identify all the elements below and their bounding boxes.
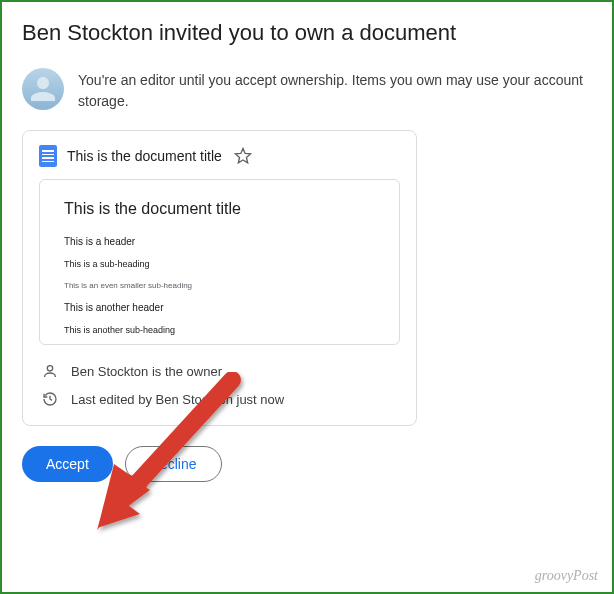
doc-preview: This is the document title This is a hea…	[39, 179, 400, 345]
document-card: This is the document title This is the d…	[22, 130, 417, 426]
info-row: You're an editor until you accept owners…	[22, 68, 592, 112]
star-icon[interactable]	[234, 147, 252, 165]
last-edited-text: Last edited by Ben Stockton just now	[71, 392, 284, 407]
button-row: Accept Decline	[22, 446, 592, 482]
last-edited-row: Last edited by Ben Stockton just now	[39, 385, 400, 413]
person-icon	[41, 363, 59, 379]
info-text: You're an editor until you accept owners…	[78, 68, 592, 112]
owner-text: Ben Stockton is the owner	[71, 364, 222, 379]
watermark: groovyPost	[535, 568, 598, 584]
history-icon	[41, 391, 59, 407]
owner-row: Ben Stockton is the owner	[39, 357, 400, 385]
accept-button[interactable]: Accept	[22, 446, 113, 482]
preview-line: This is another sub-heading	[64, 325, 375, 335]
preview-line: This is a sub-heading	[64, 259, 375, 269]
docs-icon	[39, 145, 57, 167]
preview-title: This is the document title	[64, 200, 375, 218]
preview-line: This is an even smaller sub-heading	[64, 281, 375, 290]
decline-button[interactable]: Decline	[125, 446, 222, 482]
doc-header: This is the document title	[39, 145, 400, 167]
page-title: Ben Stockton invited you to own a docume…	[22, 20, 592, 46]
doc-title: This is the document title	[67, 148, 222, 164]
preview-line: This is another header	[64, 302, 375, 313]
person-silhouette-icon	[25, 71, 61, 107]
preview-line: This is a header	[64, 236, 375, 247]
avatar	[22, 68, 64, 110]
